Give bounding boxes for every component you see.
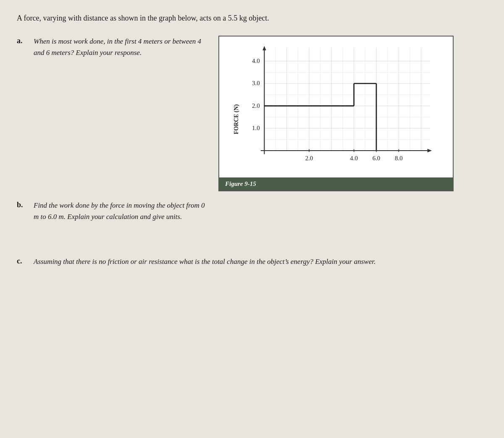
svg-marker-25 (262, 46, 266, 50)
svg-text:FORCE (N): FORCE (N) (233, 104, 240, 134)
svg-text:2.0: 2.0 (252, 102, 260, 109)
svg-text:2.0: 2.0 (305, 155, 313, 162)
svg-text:3.0: 3.0 (252, 80, 260, 86)
intro-text: A force, varying with distance as shown … (17, 13, 487, 24)
svg-text:6.0: 6.0 (373, 155, 381, 162)
svg-text:1.0: 1.0 (252, 125, 260, 131)
svg-text:8.0: 8.0 (395, 155, 403, 162)
question-b-text: Find the work done by the force in movin… (34, 200, 210, 222)
question-a-text: When is most work done, in the first 4 m… (34, 36, 210, 58)
label-b: b. (17, 200, 34, 209)
figure-caption: Figure 9-15 (219, 177, 453, 190)
svg-marker-27 (428, 149, 432, 153)
question-c-text: Assuming that there is no friction or ai… (34, 256, 375, 268)
label-c: c. (17, 256, 34, 266)
svg-text:4.0: 4.0 (350, 155, 358, 162)
label-a: a. (17, 36, 34, 45)
svg-text:4.0: 4.0 (252, 57, 260, 64)
graph-figure: 4.0 3.0 2.0 1.0 2.0 4.0 6.0 8.0 FORCE (N… (218, 36, 454, 191)
